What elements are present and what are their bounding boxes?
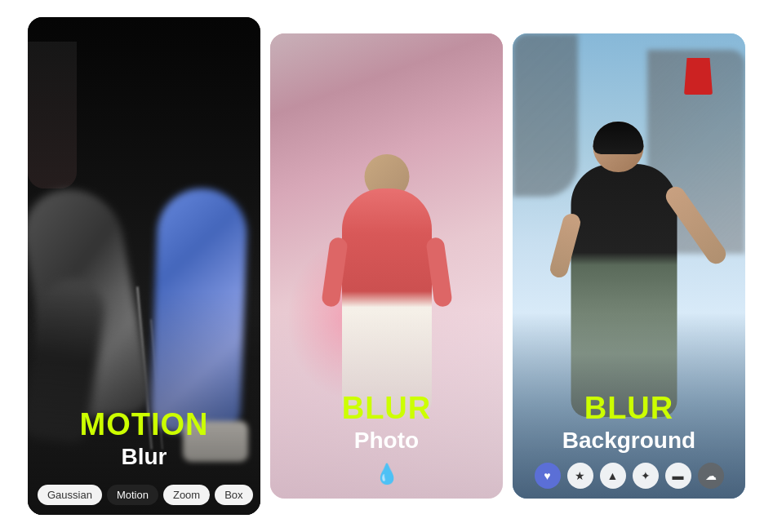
text-overlay-left: MOTION Blur: [28, 407, 260, 470]
card-blur-photo[interactable]: BLUR Photo 💧: [270, 33, 503, 499]
hair-figure: [28, 42, 77, 188]
pill-box[interactable]: Box: [215, 485, 252, 505]
text-overlay-right: BLUR Background: [513, 391, 745, 454]
title-blur-middle: BLUR: [342, 391, 432, 425]
shape-icons-row: ♥ ★ ▲ ✦ ▬ ☁: [513, 463, 745, 489]
text-overlay-middle: BLUR Photo: [270, 391, 503, 454]
star-icon[interactable]: ★: [567, 463, 593, 489]
subtitle-background: Background: [521, 428, 737, 454]
red-cup: [684, 58, 713, 95]
heart-icon[interactable]: ♥: [535, 463, 561, 489]
card-blur-background[interactable]: BLUR Background ♥ ★ ▲ ✦ ▬ ☁: [513, 33, 745, 499]
gradient-overlay-left: [28, 291, 260, 516]
pill-motion[interactable]: Motion: [107, 485, 158, 505]
pill-gaussian[interactable]: Gaussian: [38, 485, 102, 505]
grid-icon[interactable]: ✦: [633, 463, 659, 489]
blur-type-controls: Gaussian Motion Zoom Box: [28, 485, 260, 505]
bg-person-left: [513, 33, 578, 197]
subtitle-blur-left: Blur: [36, 444, 252, 470]
cards-container: MOTION Blur Gaussian Motion Zoom Box: [11, 1, 762, 531]
triangle-icon[interactable]: ▲: [600, 463, 626, 489]
title-blur-right: BLUR: [584, 391, 674, 425]
cloud-icon[interactable]: ☁: [698, 463, 724, 489]
pill-zoom[interactable]: Zoom: [163, 485, 210, 505]
waterdrop-control[interactable]: 💧: [375, 462, 399, 486]
title-motion: MOTION: [80, 407, 209, 441]
subtitle-photo: Photo: [278, 428, 495, 454]
card-motion-blur[interactable]: MOTION Blur Gaussian Motion Zoom Box: [28, 17, 260, 515]
rect-icon[interactable]: ▬: [665, 463, 691, 489]
waterdrop-icon: 💧: [375, 463, 399, 485]
